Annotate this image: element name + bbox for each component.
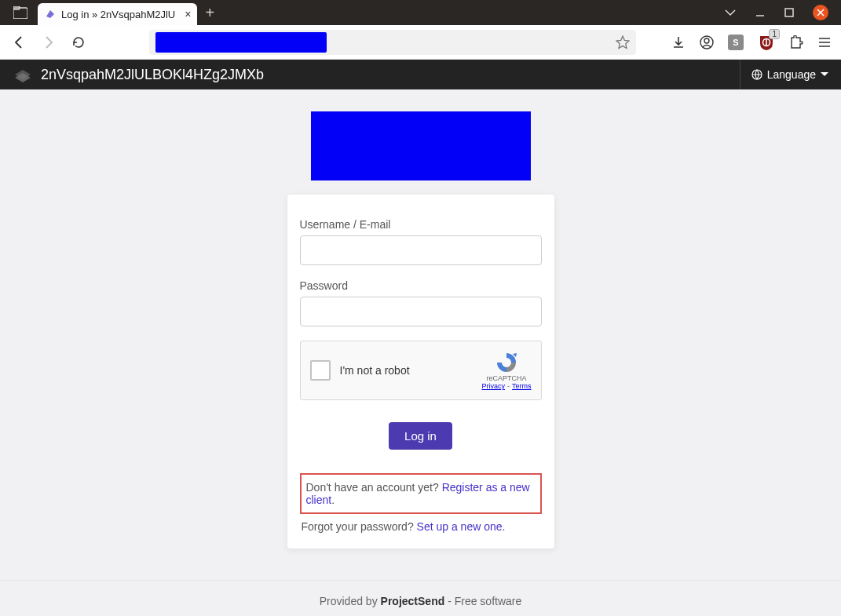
app-header: 2nVsqpahM2JlULBOKl4HZg2JMXb Language (0, 60, 841, 89)
extension-s-icon[interactable]: S (728, 35, 744, 50)
app-logo-icon (13, 64, 33, 85)
tab-favicon-icon (44, 8, 57, 20)
login-button[interactable]: Log in (389, 422, 452, 450)
forgot-password-row: Forgot your password? Set up a new one. (300, 519, 542, 533)
footer: Provided by ProjectSend - Free software (0, 580, 841, 616)
svg-point-5 (704, 38, 709, 43)
extension-badge-count: 1 (769, 29, 780, 39)
password-input[interactable] (300, 297, 542, 326)
extensions-icon[interactable] (789, 35, 803, 49)
account-icon[interactable] (700, 35, 714, 49)
username-input[interactable] (300, 235, 542, 265)
logo-banner-block (311, 111, 531, 180)
tab-title: Log in » 2nVsqpahM2JlU (61, 9, 175, 20)
nav-back-button[interactable] (6, 30, 31, 55)
browser-titlebar: Log in » 2nVsqpahM2JlU × + (0, 0, 841, 25)
recaptcha-brand: reCAPTCHA (486, 374, 526, 382)
register-prompt-text: Don't have an account yet? (306, 481, 442, 494)
login-card: Username / E-mail Password I'm not a rob… (287, 195, 554, 549)
recaptcha-privacy-link[interactable]: Privacy (481, 382, 505, 390)
close-window-button[interactable] (813, 5, 828, 20)
window-controls (725, 5, 835, 20)
svg-rect-3 (785, 9, 793, 16)
footer-project-link[interactable]: ProjectSend (381, 595, 445, 607)
browser-toolbar: S 1 (0, 25, 841, 60)
minimize-button[interactable] (755, 7, 766, 18)
url-redacted-block (155, 32, 327, 53)
recaptcha-text: I'm not a robot (340, 364, 410, 377)
bookmark-star-icon[interactable] (616, 35, 630, 49)
tab-close-icon[interactable]: × (185, 8, 191, 20)
browser-tab[interactable]: Log in » 2nVsqpahM2JlU × (38, 3, 197, 25)
recaptcha-checkbox[interactable] (310, 360, 331, 381)
language-label: Language (767, 68, 816, 81)
maximize-button[interactable] (784, 8, 794, 17)
extension-ublock-icon[interactable]: 1 (758, 34, 775, 51)
recaptcha-terms-link[interactable]: Terms (512, 382, 532, 390)
forgot-prompt-text: Forgot your password? (302, 520, 417, 533)
globe-icon (751, 69, 762, 80)
recaptcha-widget: I'm not a robot reCAPTCHA Privacy - Term… (300, 341, 542, 400)
nav-reload-button[interactable] (66, 30, 91, 55)
new-tab-button[interactable]: + (205, 4, 214, 22)
footer-tagline: - Free software (444, 595, 521, 607)
chevron-down-icon (821, 72, 828, 77)
forgot-password-link[interactable]: Set up a new one. (417, 520, 506, 533)
language-dropdown[interactable]: Language (740, 60, 828, 89)
page-body: Username / E-mail Password I'm not a rob… (0, 89, 841, 616)
footer-provided-by: Provided by (320, 595, 381, 607)
app-site-title: 2nVsqpahM2JlULBOKl4HZg2JMXb (41, 67, 264, 83)
nav-forward-button[interactable] (36, 30, 61, 55)
url-bar[interactable] (149, 30, 636, 55)
downloads-icon[interactable] (671, 35, 686, 49)
register-callout: Don't have an account yet? Register as a… (300, 473, 542, 514)
tabs-dropdown-icon[interactable] (725, 9, 736, 16)
username-label: Username / E-mail (300, 218, 542, 231)
password-label: Password (300, 279, 542, 292)
hamburger-menu-icon[interactable] (817, 35, 832, 49)
files-manager-icon[interactable] (13, 5, 28, 20)
recaptcha-logo-icon (493, 351, 520, 374)
